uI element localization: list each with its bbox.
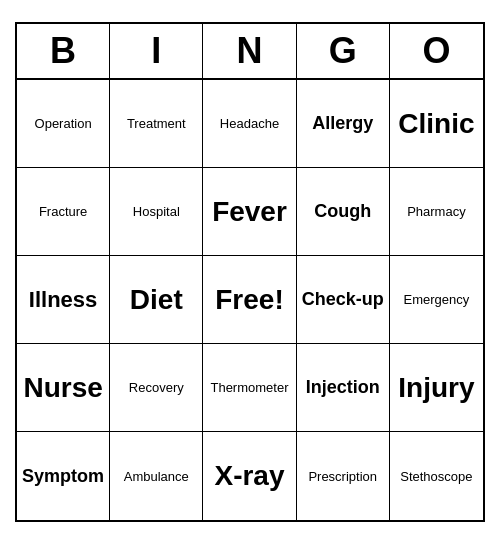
bingo-cell[interactable]: X-ray [203, 432, 296, 520]
bingo-cell[interactable]: Illness [17, 256, 110, 344]
bingo-cell[interactable]: Recovery [110, 344, 203, 432]
bingo-cell[interactable]: Pharmacy [390, 168, 483, 256]
bingo-cell[interactable]: Treatment [110, 80, 203, 168]
bingo-cell[interactable]: Injection [297, 344, 390, 432]
header-letter: I [110, 24, 203, 78]
bingo-cell[interactable]: Nurse [17, 344, 110, 432]
bingo-cell[interactable]: Stethoscope [390, 432, 483, 520]
header-letter: G [297, 24, 390, 78]
bingo-cell[interactable]: Diet [110, 256, 203, 344]
header-letter: B [17, 24, 110, 78]
bingo-cell[interactable]: Fever [203, 168, 296, 256]
bingo-card: BINGO OperationTreatmentHeadacheAllergyC… [15, 22, 485, 522]
bingo-cell[interactable]: Headache [203, 80, 296, 168]
bingo-cell[interactable]: Clinic [390, 80, 483, 168]
bingo-header: BINGO [17, 24, 483, 80]
bingo-cell[interactable]: Hospital [110, 168, 203, 256]
bingo-grid: OperationTreatmentHeadacheAllergyClinicF… [17, 80, 483, 520]
bingo-cell[interactable]: Allergy [297, 80, 390, 168]
bingo-cell[interactable]: Injury [390, 344, 483, 432]
bingo-cell[interactable]: Check-up [297, 256, 390, 344]
bingo-cell[interactable]: Free! [203, 256, 296, 344]
bingo-cell[interactable]: Emergency [390, 256, 483, 344]
bingo-cell[interactable]: Operation [17, 80, 110, 168]
bingo-cell[interactable]: Fracture [17, 168, 110, 256]
header-letter: N [203, 24, 296, 78]
bingo-cell[interactable]: Ambulance [110, 432, 203, 520]
bingo-cell[interactable]: Symptom [17, 432, 110, 520]
bingo-cell[interactable]: Thermometer [203, 344, 296, 432]
header-letter: O [390, 24, 483, 78]
bingo-cell[interactable]: Prescription [297, 432, 390, 520]
bingo-cell[interactable]: Cough [297, 168, 390, 256]
